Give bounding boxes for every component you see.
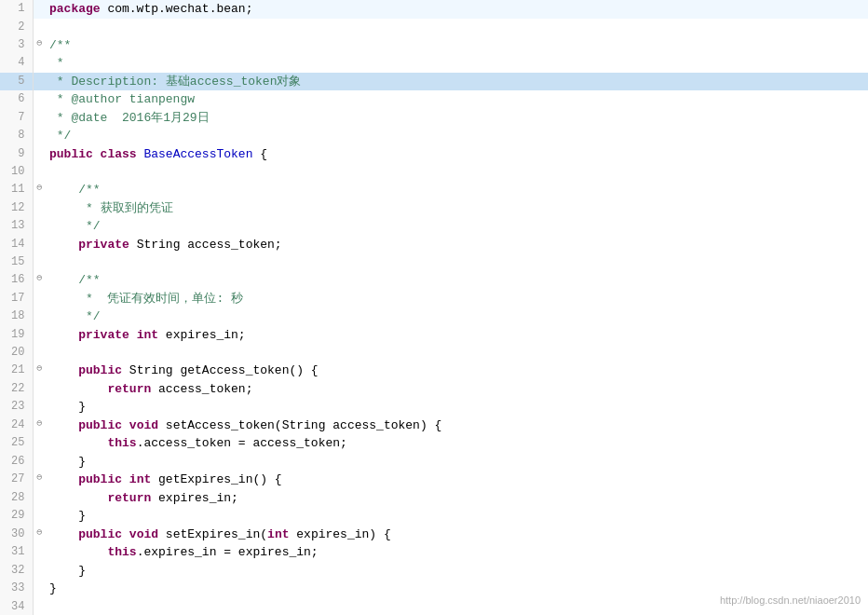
line-number: 5 [0,73,33,91]
line-number: 7 [0,109,33,128]
line-number: 23 [0,398,33,417]
fold-indicator[interactable]: ⊖ [33,362,46,380]
fold-indicator [33,290,46,308]
table-row: 13 */ [0,217,868,236]
code-line: * 凭证有效时间，单位: 秒 [46,290,868,308]
table-row: 3⊖/** [0,36,868,55]
fold-indicator [33,598,46,616]
code-line: * [46,54,868,73]
table-row: 6 * @author tianpengw [0,90,868,109]
code-line [46,19,868,36]
line-number: 3 [0,36,33,55]
line-number: 9 [0,145,33,164]
fold-indicator [33,145,46,164]
table-row: 10 [0,163,868,181]
line-number: 15 [0,253,33,271]
table-row: 9public class BaseAccessToken { [0,145,868,164]
code-line [46,344,868,362]
table-row: 18 */ [0,308,868,326]
code-line: this.expires_in = expires_in; [46,543,868,562]
code-line: } [46,507,868,526]
line-number: 11 [0,181,33,199]
fold-indicator [33,434,46,453]
code-line: public void setAccess_token(String acces… [46,417,868,435]
line-number: 24 [0,417,33,435]
line-number: 22 [0,380,33,399]
fold-indicator [33,308,46,326]
line-number: 2 [0,19,33,36]
line-number: 34 [0,598,33,616]
fold-indicator [33,326,46,345]
code-line: public class BaseAccessToken { [46,145,868,164]
line-number: 16 [0,271,33,290]
code-line: */ [46,127,868,145]
table-row: 11⊖ /** [0,181,868,199]
table-row: 23 } [0,398,868,417]
line-number: 20 [0,344,33,362]
code-line: return access_token; [46,380,868,399]
table-row: 24⊖ public void setAccess_token(String a… [0,417,868,435]
line-number: 26 [0,453,33,472]
fold-indicator [33,236,46,254]
line-number: 18 [0,308,33,326]
fold-indicator [33,54,46,73]
fold-indicator [33,199,46,218]
table-row: 4 * [0,54,868,73]
line-number: 30 [0,526,33,544]
table-row: 12 * 获取到的凭证 [0,199,868,218]
line-number: 32 [0,562,33,581]
code-line: } [46,453,868,472]
fold-indicator [33,580,46,598]
line-number: 31 [0,543,33,562]
code-line: * Description: 基础access_token对象 [46,73,868,91]
line-number: 21 [0,362,33,380]
line-number: 13 [0,217,33,236]
table-row: 25 this.access_token = access_token; [0,434,868,453]
line-number: 29 [0,507,33,526]
line-number: 8 [0,127,33,145]
line-number: 19 [0,326,33,345]
line-number: 25 [0,434,33,453]
code-line: /** [46,271,868,290]
fold-indicator [33,109,46,128]
code-line: */ [46,217,868,236]
code-line: return expires_in; [46,489,868,508]
code-line: * @author tianpengw [46,90,868,109]
fold-indicator[interactable]: ⊖ [33,271,46,290]
code-line: * 获取到的凭证 [46,199,868,218]
line-number: 6 [0,90,33,109]
table-row: 28 return expires_in; [0,489,868,508]
table-row: 8 */ [0,127,868,145]
fold-indicator [33,253,46,271]
table-row: 22 return access_token; [0,380,868,399]
table-row: 19 private int expires_in; [0,326,868,345]
fold-indicator[interactable]: ⊖ [33,526,46,544]
fold-indicator [33,398,46,417]
line-number: 14 [0,236,33,254]
code-table: 1package com.wtp.wechat.bean;23⊖/**4 *5 … [0,0,868,615]
line-number: 1 [0,0,33,19]
fold-indicator [33,19,46,36]
fold-indicator [33,507,46,526]
fold-indicator[interactable]: ⊖ [33,471,46,489]
line-number: 27 [0,471,33,489]
table-row: 17 * 凭证有效时间，单位: 秒 [0,290,868,308]
fold-indicator[interactable]: ⊖ [33,181,46,199]
fold-indicator [33,562,46,581]
table-row: 14 private String access_token; [0,236,868,254]
fold-indicator[interactable]: ⊖ [33,36,46,55]
fold-indicator [33,489,46,508]
table-row: 31 this.expires_in = expires_in; [0,543,868,562]
fold-indicator[interactable]: ⊖ [33,417,46,435]
table-row: 7 * @date 2016年1月29日 [0,109,868,128]
code-editor: 1package com.wtp.wechat.bean;23⊖/**4 *5 … [0,0,868,615]
line-number: 33 [0,580,33,598]
table-row: 20 [0,344,868,362]
code-line: /** [46,36,868,55]
code-line [46,163,868,181]
fold-indicator [33,163,46,181]
table-row: 27⊖ public int getExpires_in() { [0,471,868,489]
fold-indicator [33,344,46,362]
code-line: } [46,398,868,417]
code-line: } [46,562,868,581]
